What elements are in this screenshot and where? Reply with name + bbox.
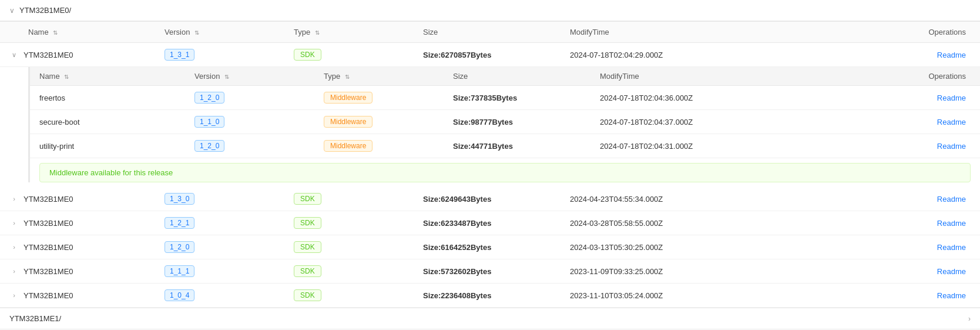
- other-row-1-2-0-type: SDK: [294, 241, 423, 253]
- other-row-1-1-1-size: Size:5732602Bytes: [423, 267, 570, 276]
- main-container: ∨ YTM32B1ME0/ Name ⇅ Version ⇅ Type ⇅ Si…: [0, 0, 980, 329]
- other-row-1-0-4: › YTM32B1ME0 1_0_4 SDK Size:2236408Bytes…: [0, 284, 980, 308]
- other-row-1-2-1-name-cell: › YTM32B1ME0: [0, 218, 165, 228]
- other-row-1-1-1-modifytime: 2023-11-09T09:33:25.000Z: [570, 267, 734, 276]
- sub-row-secure-boot-type: Middleware: [324, 116, 453, 128]
- other-row-1-2-0-expand-icon[interactable]: ›: [9, 242, 19, 252]
- collapse-down-icon: ∨: [9, 6, 15, 15]
- other-row-1-3-0: › YTM32B1ME0 1_3_0 SDK Size:6249643Bytes…: [0, 187, 980, 211]
- sub-row-secure-boot-operation[interactable]: Readme: [764, 118, 980, 126]
- ytm32b1me0-title: YTM32B1ME0/: [19, 6, 71, 15]
- header-name: Name ⇅: [0, 28, 165, 36]
- header-size: Size: [423, 28, 570, 36]
- other-row-1-2-0-modifytime: 2024-03-13T05:30:25.000Z: [570, 243, 734, 252]
- sub-row-freertos-type: Middleware: [324, 92, 453, 104]
- main-data-row: ∨ YTM32B1ME0 1_3_1 SDK Size:6270857Bytes…: [0, 43, 980, 67]
- header-modifytime: ModifyTime: [570, 28, 734, 36]
- other-row-1-2-1-type: SDK: [294, 217, 423, 229]
- sub-row-freertos-modifytime: 2024-07-18T02:04:36.000Z: [600, 94, 764, 102]
- main-row-modifytime: 2024-07-18T02:04:29.000Z: [570, 51, 734, 59]
- sub-row-secure-boot-modifytime: 2024-07-18T02:04:37.000Z: [600, 118, 764, 126]
- sub-row-utility-print-type: Middleware: [324, 140, 453, 152]
- other-row-1-2-1: › YTM32B1ME0 1_2_1 SDK Size:6233487Bytes…: [0, 211, 980, 235]
- sub-name-sort-icon[interactable]: ⇅: [64, 74, 69, 80]
- header-version: Version ⇅: [165, 28, 294, 36]
- other-row-1-0-4-expand-icon[interactable]: ›: [9, 291, 19, 300]
- other-row-1-3-0-expand-icon[interactable]: ›: [9, 194, 19, 204]
- other-row-1-0-4-size: Size:2236408Bytes: [423, 291, 570, 300]
- other-row-1-2-1-expand-icon[interactable]: ›: [9, 218, 19, 228]
- other-row-1-2-0-operation[interactable]: Readme: [734, 243, 980, 252]
- ytm32b1me1-title: YTM32B1ME1/: [9, 314, 61, 323]
- main-row-size: Size:6270857Bytes: [423, 51, 570, 59]
- other-row-1-0-4-version: 1_0_4: [165, 289, 294, 301]
- ytm32b1me1-header[interactable]: YTM32B1ME1/ ›: [0, 308, 980, 329]
- sub-header-operations: Operations: [764, 72, 980, 81]
- middleware-notice: Middleware available for this release: [39, 163, 971, 182]
- sub-row-freertos: freertos 1_2_0 Middleware Size:737835Byt…: [30, 86, 980, 110]
- other-row-1-1-1-version: 1_1_1: [165, 265, 294, 277]
- ytm32b1me1-section: YTM32B1ME1/ ›: [0, 308, 980, 329]
- other-row-1-0-4-modifytime: 2023-11-10T03:05:24.000Z: [570, 291, 734, 300]
- sub-row-secure-boot-name: secure-boot: [30, 118, 194, 126]
- other-row-1-0-4-operation[interactable]: Readme: [734, 291, 980, 300]
- header-operations: Operations: [734, 28, 980, 36]
- other-row-1-1-1: › YTM32B1ME0 1_1_1 SDK Size:5732602Bytes…: [0, 259, 980, 284]
- other-row-1-2-0-size: Size:6164252Bytes: [423, 243, 570, 252]
- other-row-1-2-1-size: Size:6233487Bytes: [423, 219, 570, 228]
- main-row-version: 1_3_1: [165, 49, 294, 61]
- sub-row-utility-print-operation[interactable]: Readme: [764, 142, 980, 151]
- other-row-1-0-4-name-cell: › YTM32B1ME0: [0, 291, 165, 300]
- main-row-collapse-icon[interactable]: ∨: [9, 50, 19, 59]
- sub-version-sort-icon[interactable]: ⇅: [224, 74, 229, 80]
- other-row-1-2-1-operation[interactable]: Readme: [734, 219, 980, 228]
- sub-row-freertos-operation[interactable]: Readme: [764, 94, 980, 102]
- sub-header-modifytime: ModifyTime: [600, 72, 764, 81]
- sub-header-version: Version ⇅: [194, 72, 324, 81]
- sub-row-secure-boot: secure-boot 1_1_0 Middleware Size:98777B…: [30, 110, 980, 134]
- main-row-name-cell: ∨ YTM32B1ME0: [0, 50, 165, 59]
- sub-header-name: Name ⇅: [30, 72, 194, 81]
- sub-type-sort-icon[interactable]: ⇅: [345, 74, 350, 80]
- sub-row-secure-boot-version: 1_1_0: [194, 116, 324, 128]
- ytm32b1me0-header[interactable]: ∨ YTM32B1ME0/: [0, 0, 980, 21]
- sub-table: Name ⇅ Version ⇅ Type ⇅ Size ModifyTime …: [28, 67, 980, 182]
- other-row-1-2-0-name-cell: › YTM32B1ME0: [0, 242, 165, 252]
- sub-row-freertos-size: Size:737835Bytes: [453, 94, 600, 102]
- ytm32b1me0-section: ∨ YTM32B1ME0/ Name ⇅ Version ⇅ Type ⇅ Si…: [0, 0, 980, 308]
- other-row-1-2-0: › YTM32B1ME0 1_2_0 SDK Size:6164252Bytes…: [0, 235, 980, 259]
- other-row-1-1-1-type: SDK: [294, 265, 423, 277]
- sub-row-utility-print-modifytime: 2024-07-18T02:04:31.000Z: [600, 142, 764, 151]
- main-table-header: Name ⇅ Version ⇅ Type ⇅ Size ModifyTime …: [0, 21, 980, 43]
- sub-row-utility-print-version: 1_2_0: [194, 140, 324, 152]
- other-row-1-1-1-expand-icon[interactable]: ›: [9, 266, 19, 276]
- other-row-1-3-0-size: Size:6249643Bytes: [423, 195, 570, 204]
- sub-row-freertos-name: freertos: [30, 94, 194, 102]
- main-row-type: SDK: [294, 49, 423, 61]
- other-row-1-3-0-name-cell: › YTM32B1ME0: [0, 194, 165, 204]
- type-sort-icon[interactable]: ⇅: [315, 29, 320, 36]
- sub-row-utility-print: utility-print 1_2_0 Middleware Size:4477…: [30, 134, 980, 158]
- header-type: Type ⇅: [294, 28, 423, 36]
- sub-header-size: Size: [453, 72, 600, 81]
- other-row-1-1-1-name-cell: › YTM32B1ME0: [0, 266, 165, 276]
- sub-row-secure-boot-size: Size:98777Bytes: [453, 118, 600, 126]
- other-row-1-3-0-type: SDK: [294, 193, 423, 205]
- chevron-right-icon: ›: [968, 315, 971, 323]
- version-sort-icon[interactable]: ⇅: [194, 29, 199, 36]
- other-row-1-0-4-type: SDK: [294, 289, 423, 301]
- sub-table-header: Name ⇅ Version ⇅ Type ⇅ Size ModifyTime …: [30, 67, 980, 86]
- other-row-1-2-0-version: 1_2_0: [165, 241, 294, 253]
- other-row-1-1-1-operation[interactable]: Readme: [734, 267, 980, 276]
- other-row-1-3-0-modifytime: 2024-04-23T04:55:34.000Z: [570, 195, 734, 204]
- other-row-1-2-1-version: 1_2_1: [165, 217, 294, 229]
- sub-row-freertos-version: 1_2_0: [194, 92, 324, 104]
- name-sort-icon[interactable]: ⇅: [53, 29, 58, 36]
- other-row-1-3-0-version: 1_3_0: [165, 193, 294, 205]
- main-row-operation[interactable]: Readme: [734, 51, 980, 59]
- sub-row-utility-print-size: Size:44771Bytes: [453, 142, 600, 151]
- sub-header-type: Type ⇅: [324, 72, 453, 81]
- other-row-1-3-0-operation[interactable]: Readme: [734, 195, 980, 204]
- sub-row-utility-print-name: utility-print: [30, 142, 194, 151]
- other-row-1-2-1-modifytime: 2024-03-28T05:58:55.000Z: [570, 219, 734, 228]
